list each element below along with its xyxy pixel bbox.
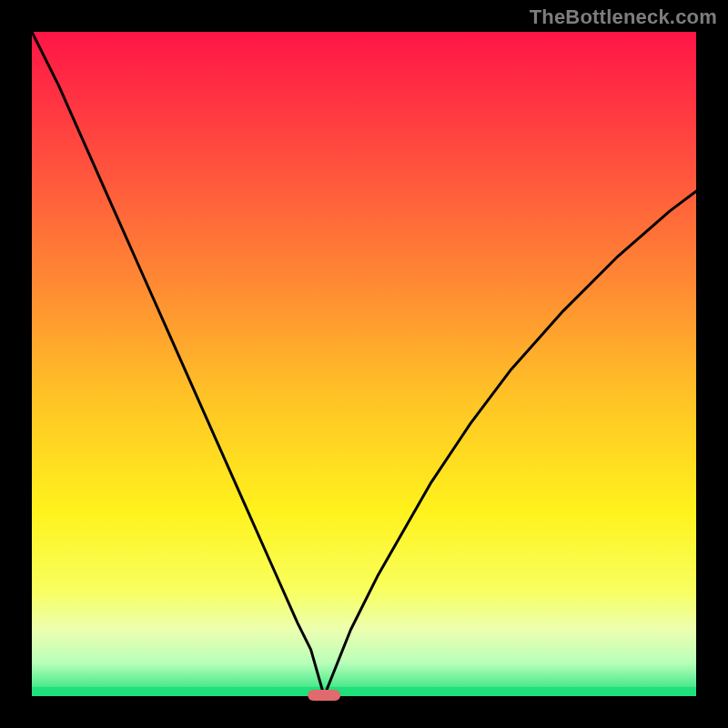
green-baseline [32, 687, 696, 696]
chart-svg [0, 0, 728, 728]
chart-stage: TheBottleneck.com [0, 0, 728, 728]
plot-background [32, 32, 696, 696]
watermark-text: TheBottleneck.com [530, 5, 717, 29]
min-marker-pill [308, 690, 340, 701]
